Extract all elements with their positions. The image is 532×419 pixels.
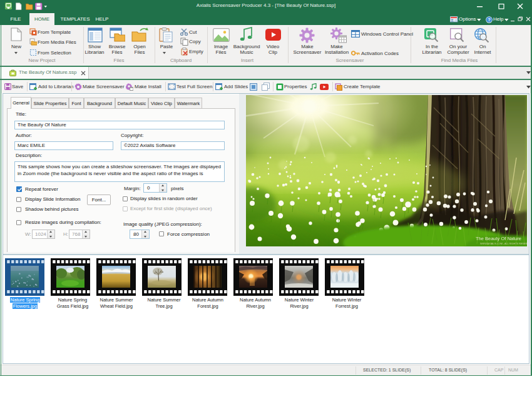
svg-text:The Beauty Of Nature: The Beauty Of Nature	[476, 236, 521, 241]
svg-text:WWW.AXIALIS.COM - ALL RIGHTS R: WWW.AXIALIS.COM - ALL RIGHTS RESERVED	[480, 243, 527, 245]
svg-text:?: ?	[488, 17, 491, 23]
